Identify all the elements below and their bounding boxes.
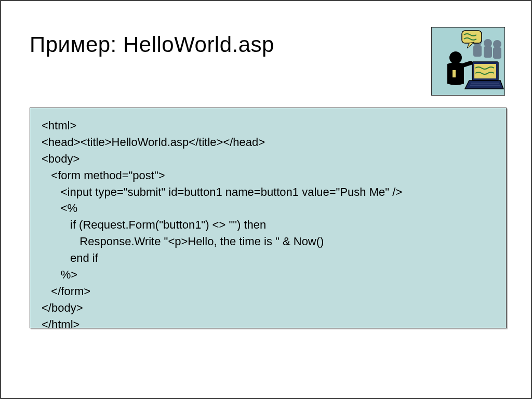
- slide-frame: Пример: HelloWorld.asp: [0, 0, 532, 399]
- svg-rect-12: [461, 60, 473, 68]
- svg-rect-3: [484, 46, 492, 58]
- svg-rect-5: [493, 47, 501, 59]
- svg-point-11: [449, 51, 462, 64]
- code-block: <html> <head><title>HelloWorld.asp</titl…: [30, 108, 507, 328]
- svg-point-2: [484, 39, 492, 47]
- svg-rect-1: [473, 45, 482, 57]
- svg-rect-8: [474, 64, 496, 78]
- slide-title: Пример: HelloWorld.asp: [30, 32, 274, 57]
- svg-point-4: [493, 40, 501, 48]
- svg-rect-6: [462, 31, 482, 43]
- clipart-image: [431, 27, 505, 96]
- svg-rect-13: [453, 70, 456, 77]
